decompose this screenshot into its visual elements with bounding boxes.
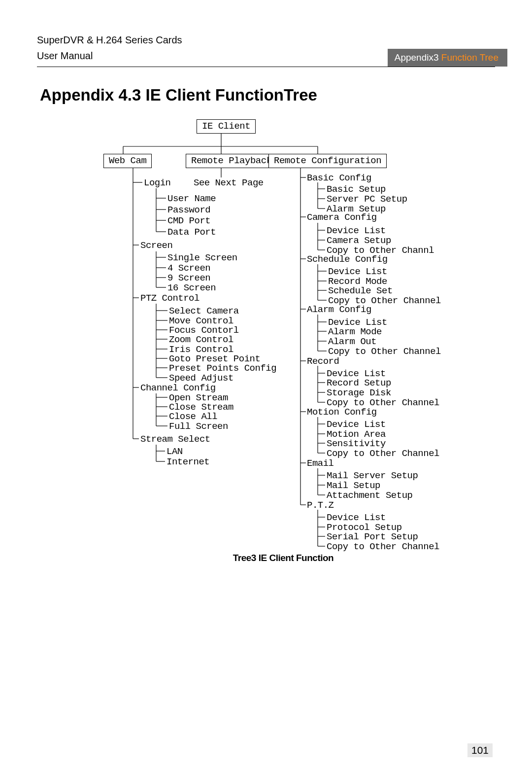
- alarm-item-2: Alarm Out: [328, 337, 376, 347]
- channel-item-3: Full Screen: [169, 422, 228, 431]
- doc-type: User Manual: [37, 48, 182, 64]
- section-label-prefix: Appendix3: [395, 52, 441, 63]
- basic-item-1: Server PC Setup: [327, 195, 407, 204]
- ptzc-item-2: Serial Port Setup: [327, 532, 418, 542]
- email-item-1: Mail Setup: [327, 481, 380, 491]
- ptz-item-6: Preset Points Config: [169, 364, 276, 373]
- alarm-item-3: Copy to Other Channel: [328, 347, 441, 356]
- page-number: 101: [467, 743, 493, 757]
- screen-item-1: 4 Screen: [167, 264, 210, 273]
- motion-item-0: Device List: [327, 420, 386, 429]
- email-item-0: Mail Server Setup: [327, 471, 418, 481]
- root-node: IE Client: [197, 119, 256, 134]
- stream-item-0: LAN: [166, 447, 183, 456]
- email-item-2: Attachment Setup: [327, 491, 412, 500]
- ptz-item-3: Zoom Control: [169, 335, 233, 345]
- schedule-item-0: Device List: [328, 267, 387, 277]
- schedule-config-label: Schedule Config: [307, 255, 388, 264]
- login-item-1: Password: [167, 206, 210, 215]
- motion-config-label: Motion Config: [307, 408, 377, 417]
- channel-config-label: Channel Config: [140, 384, 216, 393]
- record-item-2: Storage Disk: [327, 388, 391, 398]
- channel-item-2: Close All: [169, 412, 217, 421]
- remote-config-node: Remote Configuration: [268, 154, 387, 168]
- motion-item-2: Sensitivity: [327, 439, 386, 449]
- stream-select-label: Stream Select: [140, 435, 210, 444]
- camera-item-0: Device List: [327, 226, 386, 236]
- alarm-config-label: Alarm Config: [307, 305, 371, 315]
- camera-item-1: Camera Setup: [327, 236, 391, 246]
- record-item-1: Record Setup: [327, 379, 391, 388]
- screen-item-3: 16 Screen: [167, 283, 216, 293]
- stream-item-1: Internet: [166, 457, 209, 467]
- remote-playback-node: Remote Playback: [186, 154, 277, 168]
- email-label: Email: [307, 459, 334, 468]
- screen-label: Screen: [140, 241, 172, 250]
- camera-config-label: Camera Config: [307, 213, 377, 222]
- header-bar: SuperDVR & H.264 Series Cards User Manua…: [37, 32, 495, 67]
- function-tree-diagram: IE Client Web Cam Remote Playback Remote…: [71, 119, 495, 563]
- header-left: SuperDVR & H.264 Series Cards User Manua…: [37, 32, 182, 64]
- record-label: Record: [307, 357, 339, 366]
- basic-item-0: Basic Setup: [327, 185, 386, 194]
- ptz-label: PTZ Control: [140, 294, 200, 303]
- ptz-item-0: Select Camera: [169, 307, 239, 316]
- see-next-page: See Next Page: [194, 178, 264, 188]
- screen-item-2: 9 Screen: [167, 274, 210, 283]
- basic-config-label: Basic Config: [307, 174, 371, 183]
- page-title: Appendix 4.3 IE Client FunctionTree: [40, 86, 495, 105]
- login-item-2: CMD Port: [167, 216, 210, 226]
- motion-item-3: Copy to Other Channel: [327, 449, 439, 458]
- alarm-item-1: Alarm Mode: [328, 327, 382, 337]
- ptzc-item-3: Copy to Other Channel: [327, 542, 439, 552]
- web-cam-node: Web Cam: [103, 154, 152, 168]
- ptz-config-label: P.T.Z: [307, 501, 334, 510]
- login-item-3: Data Port: [167, 228, 216, 237]
- ptzc-item-0: Device List: [327, 513, 386, 523]
- login-label: Login: [144, 178, 171, 188]
- figure-caption: Tree3 IE Client Function: [71, 553, 495, 562]
- screen-item-0: Single Screen: [167, 253, 237, 263]
- login-item-0: User Name: [167, 194, 216, 204]
- header-right: Appendix3 Function Tree: [388, 49, 507, 67]
- schedule-item-2: Schedule Set: [328, 286, 393, 296]
- ptz-item-7: Speed Adjust: [169, 374, 233, 383]
- product-line: SuperDVR & H.264 Series Cards: [37, 32, 182, 48]
- section-label-accent: Function Tree: [441, 52, 499, 63]
